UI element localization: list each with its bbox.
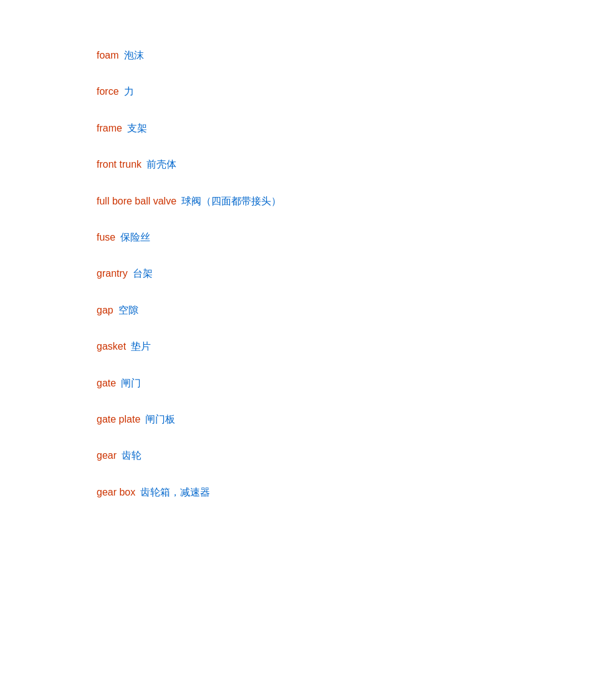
chinese-translation: 台架 xyxy=(133,267,153,280)
english-term: frame xyxy=(97,122,122,135)
glossary-item: front trunk前壳体 xyxy=(97,146,589,183)
chinese-translation: 空隙 xyxy=(118,304,138,317)
english-term: force xyxy=(97,85,119,98)
glossary-item: gap空隙 xyxy=(97,292,589,328)
chinese-translation: 支架 xyxy=(127,122,147,135)
english-term: gap xyxy=(97,304,113,317)
english-term: front trunk xyxy=(97,158,141,171)
glossary-item: fuse保险丝 xyxy=(97,219,589,256)
chinese-translation: 齿轮箱，减速器 xyxy=(140,486,210,499)
chinese-translation: 球阀（四面都带接头） xyxy=(181,194,281,208)
chinese-translation: 前壳体 xyxy=(146,158,176,171)
english-term: gear xyxy=(97,449,117,463)
chinese-translation: 保险丝 xyxy=(120,231,150,244)
glossary-item: gasket垫片 xyxy=(97,328,589,365)
english-term: foam xyxy=(97,49,119,62)
glossary-item: gear box齿轮箱，减速器 xyxy=(97,474,589,511)
english-term: full bore ball valve xyxy=(97,194,176,208)
chinese-translation: 闸门板 xyxy=(145,413,175,426)
english-term: gate xyxy=(97,376,116,390)
chinese-translation: 泡沫 xyxy=(124,49,144,62)
glossary-item: frame支架 xyxy=(97,110,589,146)
chinese-translation: 垫片 xyxy=(131,340,151,353)
glossary-item: grantry台架 xyxy=(97,256,589,292)
glossary-item: foam泡沫 xyxy=(97,37,589,74)
english-term: gate plate xyxy=(97,413,140,426)
chinese-translation: 闸门 xyxy=(121,376,141,390)
english-term: gear box xyxy=(97,486,135,499)
chinese-translation: 力 xyxy=(124,85,134,98)
glossary-item: gear齿轮 xyxy=(97,438,589,474)
english-term: fuse xyxy=(97,231,115,244)
chinese-translation: 齿轮 xyxy=(122,449,141,463)
english-term: grantry xyxy=(97,267,128,280)
glossary-item: full bore ball valve球阀（四面都带接头） xyxy=(97,183,589,219)
glossary-item: gate闸门 xyxy=(97,365,589,401)
glossary-item: force力 xyxy=(97,74,589,110)
glossary-item: gate plate闸门板 xyxy=(97,401,589,438)
english-term: gasket xyxy=(97,340,126,353)
glossary-list: foam泡沫force力frame支架front trunk前壳体full bo… xyxy=(97,37,589,511)
